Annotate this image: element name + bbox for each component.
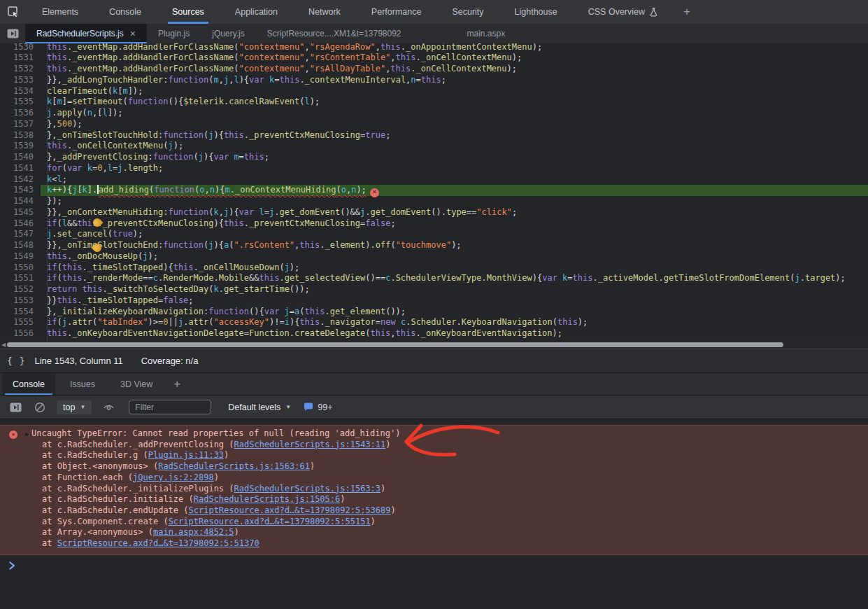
code-text[interactable]: }},_addLongTouchHandler:function(m,j,l){… — [41, 75, 868, 86]
file-tab-radschedulerscripts-js[interactable]: RadSchedulerScripts.js× — [25, 24, 147, 43]
code-line-1544[interactable]: 1544}); — [0, 196, 868, 207]
code-text[interactable]: if(this._timeSlotTapped){this._onCellMou… — [41, 262, 868, 274]
line-number[interactable]: 1534 — [0, 86, 41, 97]
code-text[interactable]: },_initializeKeyboardNavigation:function… — [41, 307, 868, 318]
line-number[interactable]: 1554 — [0, 307, 41, 318]
line-number[interactable]: 1552 — [0, 284, 41, 295]
close-tab-icon[interactable]: × — [130, 29, 136, 38]
line-number[interactable]: 1549 — [0, 251, 41, 262]
line-number[interactable]: 1545 — [0, 207, 41, 218]
stack-frame-link[interactable]: RadSchedulerScripts.js:1505:6 — [194, 494, 341, 504]
stack-frame-link[interactable]: RadSchedulerScripts.js:1563:61 — [158, 461, 310, 471]
toggle-navigator-icon[interactable] — [0, 24, 25, 43]
panel-tab-network[interactable]: Network — [299, 0, 350, 24]
code-line-1552[interactable]: 1552return this._switchToSelectedDay(k.g… — [0, 284, 868, 295]
drawer-tab-console[interactable]: Console — [2, 373, 55, 395]
code-line-1539[interactable]: 1539this._onCellContextMenu(j); — [0, 141, 868, 152]
editor-horizontal-scrollbar[interactable]: ◀ — [0, 341, 868, 349]
code-text[interactable]: if(l&&this._preventCtxMenuClosing){this.… — [41, 218, 868, 230]
code-text[interactable]: this._onDocMouseUp(j); — [41, 251, 868, 262]
code-line-1549[interactable]: 1549this._onDocMouseUp(j); — [0, 251, 868, 262]
pretty-print-icon[interactable]: { } — [0, 356, 34, 366]
code-text[interactable]: k<l; — [41, 174, 868, 186]
line-number[interactable]: 1538 — [0, 130, 41, 141]
code-text[interactable]: this._onCellContextMenu(j); — [41, 141, 868, 152]
code-line-1535[interactable]: 1535k[m]=setTimeout(function(){$telerik.… — [0, 97, 868, 108]
code-line-1556[interactable]: 1556this._onKeyboardEventNavigationDeleg… — [0, 328, 868, 340]
code-line-1553[interactable]: 1553}}this._timeSlotTapped=false; — [0, 295, 868, 307]
file-tab-plugin-js[interactable]: Plugin.js — [147, 24, 201, 43]
expand-stack-icon[interactable]: ▶ — [25, 429, 29, 440]
more-tabs-button[interactable]: + — [676, 0, 697, 24]
code-line-1534[interactable]: 1534clearTimeout(k[m]); — [0, 86, 868, 97]
code-text[interactable]: return this._switchToSelectedDay(k.get_s… — [41, 284, 868, 295]
panel-tab-lighthouse[interactable]: Lighthouse — [506, 0, 567, 24]
code-text[interactable]: }); — [41, 196, 868, 207]
log-levels-dropdown[interactable]: Default levels ▼ — [228, 402, 291, 412]
line-number[interactable]: 1547 — [0, 229, 41, 240]
code-text[interactable]: j.apply(n,[l]); — [41, 108, 868, 119]
stack-frame-link[interactable]: ScriptResource.axd?d…&t=13798092:5:51370 — [57, 538, 259, 548]
panel-tab-performance[interactable]: Performance — [362, 0, 431, 24]
code-line-1531[interactable]: 1531this._eventMap.addHandlerForClassNam… — [0, 52, 868, 64]
code-line-1547[interactable]: 1547j.set_cancel(true); — [0, 229, 868, 240]
stack-frame-link[interactable]: ScriptResource.axd?d…&t=13798092:5:55151 — [169, 517, 371, 526]
code-text[interactable]: if(j.attr("tabIndex")>=0||j.attr("access… — [41, 317, 868, 328]
line-number[interactable]: 1555 — [0, 317, 41, 328]
code-line-1530[interactable]: 1530this._eventMap.addHandlerForClassNam… — [0, 43, 868, 52]
code-text[interactable]: if(this._renderMode==c.RenderMode.Mobile… — [41, 273, 868, 284]
drawer-tab-issues[interactable]: Issues — [59, 373, 106, 395]
console-sidebar-icon[interactable] — [10, 402, 22, 412]
code-line-1545[interactable]: 1545}},_onContextMenuHiding:function(k,j… — [0, 207, 868, 218]
panel-tab-security[interactable]: Security — [443, 0, 492, 24]
code-text[interactable]: }},_onTimeSlotTouchEnd:function(j){a(".r… — [41, 240, 868, 251]
code-line-1555[interactable]: 1555if(j.attr("tabIndex")>=0||j.attr("ac… — [0, 317, 868, 328]
code-text[interactable]: for(var k=0,l=j.length; — [41, 163, 868, 174]
line-number[interactable]: 1532 — [0, 64, 41, 75]
line-number[interactable]: 1539 — [0, 141, 41, 152]
code-text[interactable]: k[m]=setTimeout(function(){$telerik.canc… — [41, 97, 868, 108]
file-tab-main-aspx[interactable]: main.aspx — [456, 24, 517, 43]
line-number[interactable]: 1553 — [0, 295, 41, 307]
code-text[interactable]: j.set_cancel(true); — [41, 229, 868, 240]
panel-tab-console[interactable]: Console — [100, 0, 150, 24]
javascript-context-dropdown[interactable]: top ▼ — [57, 400, 92, 414]
line-number[interactable]: 1546 — [0, 218, 41, 230]
code-line-1550[interactable]: 1550if(this._timeSlotTapped){this._onCel… — [0, 262, 868, 274]
code-line-1533[interactable]: 1533}},_addLongTouchHandler:function(m,j… — [0, 75, 868, 86]
file-tab-scriptresource-xm1-t-13798092[interactable]: ScriptResource....XM1&t=13798092 — [256, 24, 413, 43]
code-line-1543[interactable]: 1543k++){j[k].add_hiding(function(o,n){m… — [0, 185, 868, 196]
panel-tab-css-overview[interactable]: CSS Overview — [579, 0, 667, 24]
code-text[interactable]: this._onKeyboardEventNavigationDelegate=… — [41, 328, 868, 340]
code-line-1532[interactable]: 1532this._eventMap.addHandlerForClassNam… — [0, 64, 868, 75]
line-number[interactable]: 1537 — [0, 119, 41, 130]
stack-frame-link[interactable]: ScriptResource.axd?d…&t=13798092:5:53689 — [189, 505, 391, 515]
line-number[interactable]: 1533 — [0, 75, 41, 86]
stack-frame-link[interactable]: RadSchedulerScripts.js:1543:11 — [234, 440, 386, 449]
panel-tab-elements[interactable]: Elements — [33, 0, 87, 24]
line-number[interactable]: 1548 — [0, 240, 41, 251]
code-line-1541[interactable]: 1541for(var k=0,l=j.length; — [0, 163, 868, 174]
code-text[interactable]: },_addPreventClosing:function(j){var m=t… — [41, 152, 868, 163]
line-number[interactable]: 1535 — [0, 97, 41, 108]
stack-frame-link[interactable]: jQuery.js:2:2898 — [133, 472, 214, 482]
code-text[interactable]: }}this._timeSlotTapped=false; — [41, 295, 868, 307]
drawer-tab-3d-view[interactable]: 3D View — [110, 373, 163, 395]
line-number[interactable]: 1531 — [0, 52, 41, 64]
scrollbar-thumb[interactable] — [7, 342, 783, 347]
code-text[interactable]: k++){j[k].add_hiding(function(o,n){m._on… — [41, 185, 868, 196]
line-number[interactable]: 1530 — [0, 43, 41, 52]
clear-console-icon[interactable] — [34, 402, 45, 413]
code-line-1554[interactable]: 1554},_initializeKeyboardNavigation:func… — [0, 307, 868, 318]
code-text[interactable]: },_onTimeSlotTouchHold:function(j){this.… — [41, 130, 868, 141]
code-text[interactable]: }},_onContextMenuHiding:function(k,j){va… — [41, 207, 868, 218]
code-text[interactable]: this._eventMap.addHandlerForClassName("c… — [41, 52, 868, 64]
stack-frame-link[interactable]: main.aspx:4852:5 — [153, 527, 234, 537]
line-number[interactable]: 1551 — [0, 273, 41, 284]
code-text[interactable]: clearTimeout(k[m]); — [41, 86, 868, 97]
scrollbar-left-arrow-icon[interactable]: ◀ — [1, 342, 6, 348]
code-line-1546[interactable]: 1546if(l&&this._preventCtxMenuClosing){t… — [0, 218, 868, 230]
line-number[interactable]: 1556 — [0, 328, 41, 340]
line-number[interactable]: 1541 — [0, 163, 41, 174]
code-text[interactable]: },500); — [41, 119, 868, 130]
